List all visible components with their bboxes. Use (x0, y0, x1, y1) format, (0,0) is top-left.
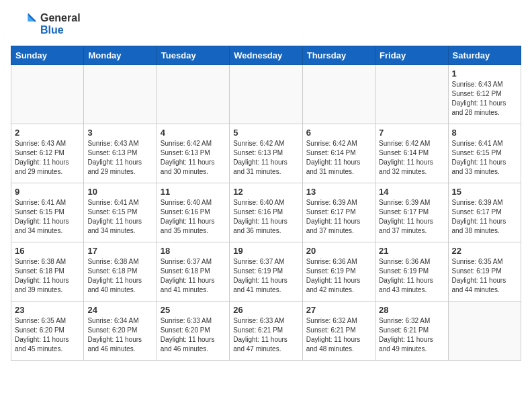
calendar-cell: 20Sunrise: 6:36 AM Sunset: 6:19 PM Dayli… (302, 242, 375, 302)
day-number: 21 (379, 246, 444, 256)
calendar-cell: 7Sunrise: 6:42 AM Sunset: 6:14 PM Daylig… (375, 124, 448, 183)
day-info: Sunrise: 6:42 AM Sunset: 6:14 PM Dayligh… (306, 139, 371, 177)
calendar-cell: 22Sunrise: 6:35 AM Sunset: 6:19 PM Dayli… (448, 242, 521, 302)
day-info: Sunrise: 6:36 AM Sunset: 6:19 PM Dayligh… (379, 257, 444, 295)
day-number: 10 (87, 187, 152, 197)
calendar-cell: 2Sunrise: 6:43 AM Sunset: 6:12 PM Daylig… (11, 124, 84, 183)
day-info: Sunrise: 6:42 AM Sunset: 6:14 PM Dayligh… (379, 139, 444, 177)
calendar-cell: 21Sunrise: 6:36 AM Sunset: 6:19 PM Dayli… (375, 242, 448, 302)
day-info: Sunrise: 6:43 AM Sunset: 6:12 PM Dayligh… (452, 80, 517, 118)
day-number: 15 (452, 187, 517, 197)
calendar-cell: 17Sunrise: 6:38 AM Sunset: 6:18 PM Dayli… (84, 242, 157, 302)
day-info: Sunrise: 6:39 AM Sunset: 6:17 PM Dayligh… (452, 198, 517, 236)
day-number: 11 (161, 187, 226, 197)
logo: GeneralBlue (11, 11, 81, 38)
day-info: Sunrise: 6:43 AM Sunset: 6:12 PM Dayligh… (15, 139, 80, 177)
calendar-table: SundayMondayTuesdayWednesdayThursdayFrid… (11, 46, 521, 361)
day-number: 26 (233, 305, 298, 315)
calendar-body: 1Sunrise: 6:43 AM Sunset: 6:12 PM Daylig… (11, 65, 521, 361)
calendar-cell: 16Sunrise: 6:38 AM Sunset: 6:18 PM Dayli… (11, 242, 84, 302)
day-info: Sunrise: 6:32 AM Sunset: 6:21 PM Dayligh… (306, 316, 371, 354)
calendar-cell: 6Sunrise: 6:42 AM Sunset: 6:14 PM Daylig… (302, 124, 375, 183)
day-number: 23 (15, 305, 80, 315)
day-number: 8 (452, 128, 517, 138)
weekday-header-sunday: Sunday (11, 46, 84, 65)
day-number: 3 (87, 128, 152, 138)
day-info: Sunrise: 6:41 AM Sunset: 6:15 PM Dayligh… (452, 139, 517, 177)
day-info: Sunrise: 6:40 AM Sunset: 6:16 PM Dayligh… (233, 198, 298, 236)
day-info: Sunrise: 6:34 AM Sunset: 6:20 PM Dayligh… (87, 316, 152, 354)
calendar-cell (448, 302, 521, 361)
calendar-cell: 5Sunrise: 6:42 AM Sunset: 6:13 PM Daylig… (230, 124, 302, 183)
day-info: Sunrise: 6:43 AM Sunset: 6:13 PM Dayligh… (87, 139, 152, 177)
calendar-cell: 10Sunrise: 6:41 AM Sunset: 6:15 PM Dayli… (84, 183, 157, 242)
day-number: 4 (161, 128, 226, 138)
day-info: Sunrise: 6:38 AM Sunset: 6:18 PM Dayligh… (87, 257, 152, 295)
calendar-cell: 24Sunrise: 6:34 AM Sunset: 6:20 PM Dayli… (84, 302, 157, 361)
calendar-cell (157, 65, 229, 124)
calendar-cell: 3Sunrise: 6:43 AM Sunset: 6:13 PM Daylig… (84, 124, 157, 183)
calendar-cell: 4Sunrise: 6:42 AM Sunset: 6:13 PM Daylig… (157, 124, 229, 183)
calendar-cell (230, 65, 302, 124)
day-info: Sunrise: 6:35 AM Sunset: 6:19 PM Dayligh… (452, 257, 517, 295)
day-info: Sunrise: 6:41 AM Sunset: 6:15 PM Dayligh… (87, 198, 152, 236)
day-info: Sunrise: 6:37 AM Sunset: 6:18 PM Dayligh… (161, 257, 226, 295)
calendar-cell: 1Sunrise: 6:43 AM Sunset: 6:12 PM Daylig… (448, 65, 521, 124)
day-info: Sunrise: 6:42 AM Sunset: 6:13 PM Dayligh… (233, 139, 298, 177)
day-info: Sunrise: 6:33 AM Sunset: 6:21 PM Dayligh… (233, 316, 298, 354)
day-number: 18 (161, 246, 226, 256)
day-info: Sunrise: 6:35 AM Sunset: 6:20 PM Dayligh… (15, 316, 80, 354)
day-number: 28 (379, 305, 444, 315)
calendar-cell: 13Sunrise: 6:39 AM Sunset: 6:17 PM Dayli… (302, 183, 375, 242)
logo-general-text: General (40, 12, 81, 24)
day-info: Sunrise: 6:38 AM Sunset: 6:18 PM Dayligh… (15, 257, 80, 295)
calendar-cell: 23Sunrise: 6:35 AM Sunset: 6:20 PM Dayli… (11, 302, 84, 361)
calendar-cell: 15Sunrise: 6:39 AM Sunset: 6:17 PM Dayli… (448, 183, 521, 242)
calendar-week-4: 16Sunrise: 6:38 AM Sunset: 6:18 PM Dayli… (11, 242, 521, 302)
calendar-cell: 9Sunrise: 6:41 AM Sunset: 6:15 PM Daylig… (11, 183, 84, 242)
calendar-cell: 8Sunrise: 6:41 AM Sunset: 6:15 PM Daylig… (448, 124, 521, 183)
calendar-cell (11, 65, 84, 124)
weekday-header-saturday: Saturday (448, 46, 521, 65)
calendar-header: SundayMondayTuesdayWednesdayThursdayFrid… (11, 46, 521, 65)
day-number: 17 (87, 246, 152, 256)
calendar-cell: 25Sunrise: 6:33 AM Sunset: 6:20 PM Dayli… (157, 302, 229, 361)
weekday-header-tuesday: Tuesday (157, 46, 229, 65)
day-info: Sunrise: 6:36 AM Sunset: 6:19 PM Dayligh… (306, 257, 371, 295)
day-number: 13 (306, 187, 371, 197)
calendar-cell: 11Sunrise: 6:40 AM Sunset: 6:16 PM Dayli… (157, 183, 229, 242)
calendar-cell: 19Sunrise: 6:37 AM Sunset: 6:19 PM Dayli… (230, 242, 302, 302)
day-number: 22 (452, 246, 517, 256)
calendar-cell (84, 65, 157, 124)
calendar-week-3: 9Sunrise: 6:41 AM Sunset: 6:15 PM Daylig… (11, 183, 521, 242)
day-info: Sunrise: 6:40 AM Sunset: 6:16 PM Dayligh… (161, 198, 226, 236)
page-header: GeneralBlue (11, 11, 521, 38)
day-info: Sunrise: 6:33 AM Sunset: 6:20 PM Dayligh… (161, 316, 226, 354)
weekday-header-row: SundayMondayTuesdayWednesdayThursdayFrid… (11, 46, 521, 65)
logo-icon (11, 11, 38, 38)
calendar-cell: 12Sunrise: 6:40 AM Sunset: 6:16 PM Dayli… (230, 183, 302, 242)
day-number: 16 (15, 246, 80, 256)
day-number: 24 (87, 305, 152, 315)
day-number: 14 (379, 187, 444, 197)
day-info: Sunrise: 6:37 AM Sunset: 6:19 PM Dayligh… (233, 257, 298, 295)
calendar-cell: 14Sunrise: 6:39 AM Sunset: 6:17 PM Dayli… (375, 183, 448, 242)
calendar-cell: 27Sunrise: 6:32 AM Sunset: 6:21 PM Dayli… (302, 302, 375, 361)
day-info: Sunrise: 6:32 AM Sunset: 6:21 PM Dayligh… (379, 316, 444, 354)
logo-blue-text: Blue (40, 24, 81, 36)
day-number: 25 (161, 305, 226, 315)
weekday-header-monday: Monday (84, 46, 157, 65)
day-number: 12 (233, 187, 298, 197)
weekday-header-thursday: Thursday (302, 46, 375, 65)
day-number: 1 (452, 68, 517, 79)
calendar-cell: 18Sunrise: 6:37 AM Sunset: 6:18 PM Dayli… (157, 242, 229, 302)
day-number: 9 (15, 187, 80, 197)
weekday-header-wednesday: Wednesday (230, 46, 302, 65)
weekday-header-friday: Friday (375, 46, 448, 65)
calendar-cell (375, 65, 448, 124)
calendar-cell: 26Sunrise: 6:33 AM Sunset: 6:21 PM Dayli… (230, 302, 302, 361)
day-number: 5 (233, 128, 298, 138)
day-info: Sunrise: 6:39 AM Sunset: 6:17 PM Dayligh… (379, 198, 444, 236)
day-number: 27 (306, 305, 371, 315)
calendar-cell: 28Sunrise: 6:32 AM Sunset: 6:21 PM Dayli… (375, 302, 448, 361)
